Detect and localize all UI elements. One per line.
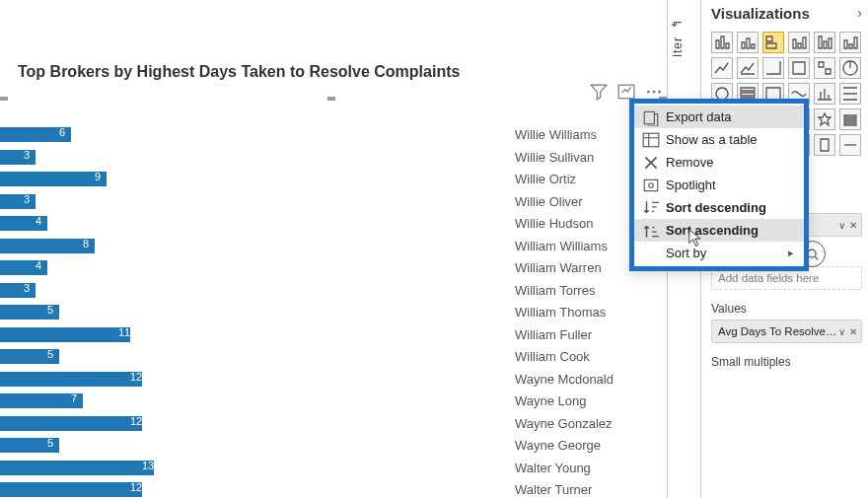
axis-label: William Williams (515, 236, 614, 258)
bar-row[interactable]: 5 (0, 435, 493, 458)
axis-label: Willie Williams (515, 124, 614, 147)
bar-row[interactable]: 5 (0, 346, 493, 369)
values-pill[interactable]: Avg Days To Resolve Co ∨✕ (711, 320, 862, 343)
svg-point-3 (658, 90, 661, 93)
menu-item-remove[interactable]: Remove (634, 151, 804, 174)
sort-asc-icon (642, 223, 660, 239)
chart-bars[interactable]: 6393484351151271251312 (0, 124, 493, 498)
menu-item-sort-ascending[interactable]: Sort ascending (634, 219, 804, 242)
table-icon (642, 132, 660, 148)
svg-rect-6 (644, 111, 654, 123)
axis-label: William Thomas (515, 302, 614, 324)
bar-row[interactable]: 5 (0, 302, 493, 324)
field-label-small-multiples: Small multiples (711, 355, 862, 369)
bar-row[interactable]: 12 (0, 479, 493, 498)
bar-row[interactable]: 3 (0, 191, 493, 214)
menu-item-label: Spotlight (666, 178, 716, 192)
axis-label: Willie Ortiz (515, 169, 614, 191)
bar-row[interactable]: 7 (0, 391, 493, 413)
values-pill-text: Avg Days To Resolve Co (718, 325, 838, 337)
svg-rect-10 (644, 179, 658, 190)
menu-item-label: Sort descending (666, 200, 766, 215)
bar-row[interactable]: 4 (0, 213, 493, 236)
axis-label: Wayne Gonzalez (515, 413, 614, 436)
chart-axis-labels: Willie WilliamsWillie SullivanWillie Ort… (515, 124, 614, 498)
viz-type-icon[interactable] (814, 108, 835, 130)
viz-type-icon[interactable] (814, 57, 835, 79)
menu-item-sort-by[interactable]: Sort by▸ (634, 242, 804, 264)
report-canvas: Top Brokers by Highest Days Taken to Res… (0, 0, 667, 498)
field-values: Values Avg Days To Resolve Co ∨✕ (711, 302, 862, 343)
svg-point-11 (649, 182, 654, 187)
sort-desc-icon (642, 200, 660, 216)
svg-line-5 (815, 256, 818, 259)
bar-row[interactable]: 3 (0, 147, 493, 170)
menu-item-show-as-a-table[interactable]: Show as a table (634, 128, 804, 151)
axis-label: Walter Young (515, 458, 614, 480)
axis-label: Willie Sullivan (515, 147, 614, 170)
pill-controls[interactable]: ∨✕ (838, 326, 857, 337)
chevron-right-icon[interactable]: › (857, 5, 862, 21)
menu-item-export-data[interactable]: Export data (634, 106, 804, 128)
viz-type-icon[interactable] (737, 32, 759, 53)
bar-row[interactable]: 4 (0, 257, 493, 280)
restore-pane-icon[interactable]: ⬐ (671, 15, 694, 29)
menu-item-label: Sort ascending (666, 223, 759, 238)
viz-type-icon[interactable] (814, 134, 835, 156)
submenu-indicator-icon: ▸ (788, 247, 794, 259)
viz-type-icon[interactable] (814, 83, 835, 105)
bar-row[interactable]: 11 (0, 324, 493, 347)
viz-type-icon[interactable] (737, 57, 759, 79)
viz-type-icon[interactable] (711, 57, 733, 79)
viz-type-icon[interactable] (762, 32, 784, 53)
viz-type-icon[interactable] (839, 134, 861, 156)
axis-label: William Torres (515, 280, 614, 303)
axis-label: Walter Turner (515, 479, 614, 498)
export-icon (642, 109, 660, 125)
field-small-multiples: Small multiples (711, 355, 862, 369)
axis-label: Wayne Mcdonald (515, 369, 614, 391)
axis-label: Wayne George (515, 435, 614, 458)
viz-type-icon[interactable] (762, 57, 784, 79)
bar-row[interactable]: 12 (0, 369, 493, 391)
legend-placeholder-text: Add data fields here (718, 272, 857, 284)
filters-pane-label: lter (671, 36, 685, 57)
field-label-values: Values (711, 302, 862, 316)
axis-label: William Warren (515, 257, 614, 280)
remove-icon (642, 155, 660, 171)
axis-label: William Cook (515, 346, 614, 369)
pill-controls[interactable]: ∨✕ (838, 220, 857, 231)
bar-row[interactable]: 3 (0, 280, 493, 303)
resize-handle-top[interactable] (0, 97, 667, 105)
menu-item-spotlight[interactable]: Spotlight (634, 174, 804, 196)
filters-pane-collapsed[interactable]: ⬐ lter (671, 15, 694, 57)
viz-type-icon[interactable] (788, 32, 810, 53)
spotlight-icon (642, 178, 660, 193)
viz-type-icon[interactable] (839, 108, 861, 130)
viz-type-icon[interactable] (839, 32, 861, 53)
bar-row[interactable]: 8 (0, 236, 493, 258)
viz-type-icon[interactable] (814, 32, 835, 53)
menu-item-label: Remove (666, 155, 713, 170)
menu-item-label: Sort by (666, 246, 706, 260)
viz-type-icon[interactable] (711, 32, 733, 53)
svg-rect-7 (643, 133, 659, 147)
bar-row[interactable]: 12 (0, 413, 493, 436)
svg-point-1 (647, 90, 650, 93)
axis-label: Willie Hudson (515, 213, 614, 236)
menu-item-sort-descending[interactable]: Sort descending (634, 196, 804, 219)
chart-title: Top Brokers by Highest Days Taken to Res… (18, 63, 460, 81)
bar-row[interactable]: 9 (0, 169, 493, 191)
viz-type-icon[interactable] (839, 57, 861, 79)
menu-item-label: Export data (666, 109, 732, 124)
viz-type-icon[interactable] (788, 57, 810, 79)
pane-title: Visualizations (711, 5, 810, 22)
bar-row[interactable]: 6 (0, 124, 493, 147)
axis-label: Willie Oliver (515, 191, 614, 214)
blank-icon (642, 246, 660, 261)
bar-row[interactable]: 13 (0, 458, 493, 480)
svg-point-2 (652, 90, 655, 93)
viz-type-icon[interactable] (839, 83, 861, 105)
axis-label: William Fuller (515, 324, 614, 347)
more-options-menu: Export dataShow as a tableRemoveSpotligh… (629, 99, 809, 271)
